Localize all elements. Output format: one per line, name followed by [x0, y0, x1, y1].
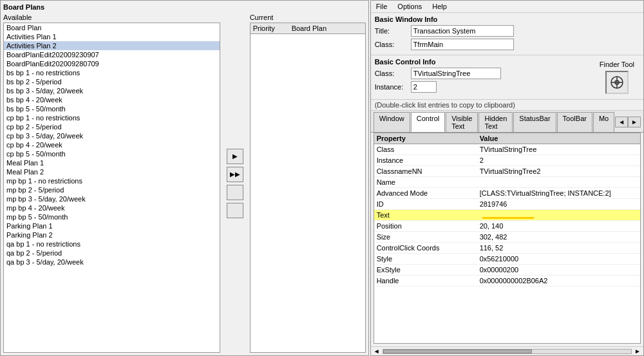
- prop-row[interactable]: ID2819746: [374, 199, 640, 210]
- single-arrow-button[interactable]: ▶: [227, 149, 243, 164]
- bottom-scrollbar[interactable]: ◄ ►: [371, 346, 643, 355]
- available-list-item[interactable]: qa bp 3 - 5/day, 20/week: [4, 258, 220, 267]
- prop-row[interactable]: Style0x56210000: [374, 254, 640, 265]
- prop-property-cell: Size: [374, 232, 477, 242]
- tab-prev-button[interactable]: ◄: [615, 117, 628, 127]
- available-list-item[interactable]: bs bp 5 - 50/month: [4, 104, 220, 113]
- available-list-item[interactable]: Activities Plan 2: [4, 41, 220, 50]
- prop-row[interactable]: Advanced Mode[CLASS:TVirtualStringTree; …: [374, 188, 640, 199]
- available-list-item[interactable]: mp bp 3 - 5/day, 20/week: [4, 194, 220, 203]
- available-list-container[interactable]: Board PlanActivities Plan 1Activities Pl…: [3, 23, 220, 353]
- tab-window[interactable]: Window: [374, 112, 410, 132]
- prop-property-cell: Advanced Mode: [374, 188, 477, 198]
- scroll-left-arrow[interactable]: ◄: [374, 348, 380, 355]
- prop-value-cell: 2819746: [477, 199, 640, 209]
- current-header-priority: Priority: [253, 24, 292, 32]
- double-arrow-button[interactable]: ▶▶: [227, 167, 243, 182]
- available-list-item[interactable]: bs bp 1 - no restrictions: [4, 68, 220, 77]
- available-list-item[interactable]: mp bp 5 - 50/month: [4, 212, 220, 221]
- available-list-item[interactable]: Meal Plan 1: [4, 158, 220, 167]
- hint-text: (Double-click list entries to copy to cl…: [371, 100, 643, 111]
- class-label: Class:: [375, 41, 407, 48]
- available-list-item[interactable]: Activities Plan 1: [4, 32, 220, 41]
- control-instance-row: Instance:: [375, 81, 594, 93]
- available-list-item[interactable]: Parking Plan 2: [4, 230, 220, 239]
- prop-row[interactable]: Handle0x0000000002B06A2: [374, 276, 640, 286]
- prop-row[interactable]: Position20, 140: [374, 221, 640, 232]
- board-plans-title: Board Plans: [3, 3, 366, 11]
- available-list-item[interactable]: qa bp 2 - 5/period: [4, 248, 220, 258]
- current-list[interactable]: Priority Board Plan: [250, 23, 366, 353]
- available-list-item[interactable]: mp bp 2 - 5/period: [4, 185, 220, 194]
- title-label: Title:: [375, 27, 407, 35]
- basic-control-info: Basic Control Info Class: Instance: Find…: [371, 55, 643, 100]
- menu-help[interactable]: Help: [431, 2, 448, 11]
- menu-options[interactable]: Options: [396, 2, 423, 11]
- available-list-item[interactable]: qa bp 1 - no restrictions: [4, 239, 220, 248]
- prop-row[interactable]: ExStyle0x00000200: [374, 265, 640, 276]
- tab-toolbar[interactable]: ToolBar: [557, 112, 592, 132]
- menu-file[interactable]: File: [375, 2, 389, 11]
- prop-row[interactable]: Name: [374, 177, 640, 188]
- available-list-item[interactable]: cp bp 3 - 5/day, 20/week: [4, 131, 220, 140]
- basic-window-info: Basic Window Info Title: Class:: [371, 13, 643, 55]
- prop-row[interactable]: Instance2: [374, 155, 640, 166]
- prop-rows-container: ClassTVirtualStringTreeInstance2Classnam…: [374, 144, 640, 286]
- available-list-item[interactable]: Board Plan: [4, 23, 220, 32]
- prop-property-cell: Name: [374, 177, 477, 187]
- prop-value-cell: 2: [477, 155, 640, 165]
- available-list-item[interactable]: cp bp 2 - 5/period: [4, 122, 220, 131]
- available-list[interactable]: Board PlanActivities Plan 1Activities Pl…: [4, 23, 220, 352]
- control-instance-input[interactable]: [411, 81, 437, 93]
- tab-statusbar[interactable]: StatusBar: [513, 112, 556, 132]
- text-underline: [482, 217, 534, 219]
- current-header: Priority Board Plan: [251, 23, 365, 34]
- finder-tool-section: Finder Tool: [594, 58, 639, 97]
- menu-bar: File Options Help: [371, 1, 643, 13]
- prop-value-cell: 302, 482: [477, 232, 640, 242]
- tab-hidden-text[interactable]: Hidden Text: [478, 112, 513, 132]
- prop-col-property: Property: [374, 133, 477, 144]
- tab-control[interactable]: Control: [411, 112, 445, 132]
- available-list-item[interactable]: bs bp 3 - 5/day, 20/week: [4, 86, 220, 95]
- tab-more[interactable]: Mo: [593, 112, 614, 132]
- available-list-item[interactable]: bs bp 4 - 20/week: [4, 95, 220, 104]
- control-class-input[interactable]: [411, 68, 501, 79]
- available-list-item[interactable]: BoardPlanEdit202009280709: [4, 59, 220, 68]
- scrollbar-track[interactable]: [383, 349, 632, 354]
- remove-all-button[interactable]: [227, 203, 243, 218]
- basic-window-title: Basic Window Info: [375, 15, 639, 23]
- scroll-right-arrow[interactable]: ►: [634, 348, 641, 355]
- properties-header: Property Value: [374, 133, 640, 144]
- available-list-item[interactable]: cp bp 5 - 50/month: [4, 149, 220, 158]
- remove-button[interactable]: [227, 185, 243, 200]
- title-input[interactable]: [411, 25, 514, 37]
- prop-row[interactable]: ClassnameNNTVirtualStringTree2: [374, 166, 640, 177]
- control-instance-label: Instance:: [375, 83, 407, 91]
- available-list-item[interactable]: BoardPlanEdit202009230907: [4, 50, 220, 59]
- available-list-item[interactable]: cp bp 1 - no restrictions: [4, 113, 220, 122]
- prop-row[interactable]: Text: [374, 210, 640, 221]
- available-list-item[interactable]: mp bp 4 - 20/week: [4, 203, 220, 212]
- available-list-item[interactable]: mp bp 1 - no restrictions: [4, 176, 220, 185]
- finder-tool-button[interactable]: [605, 71, 629, 94]
- prop-value-cell: [477, 177, 640, 187]
- tab-visible-text[interactable]: Visible Text: [446, 112, 478, 132]
- current-panel: Current Priority Board Plan: [250, 14, 366, 353]
- available-list-item[interactable]: Meal Plan 2: [4, 167, 220, 176]
- available-label: Available: [3, 14, 220, 21]
- class-input[interactable]: [411, 39, 514, 50]
- prop-property-cell: Text: [374, 210, 477, 220]
- available-list-item[interactable]: cp bp 4 - 20/week: [4, 140, 220, 149]
- tab-next-button[interactable]: ►: [628, 117, 641, 127]
- prop-row[interactable]: Size302, 482: [374, 232, 640, 243]
- prop-value-cell: [477, 210, 640, 220]
- properties-table[interactable]: Property Value ClassTVirtualStringTreeIn…: [374, 133, 641, 344]
- scrollbar-thumb[interactable]: [383, 350, 532, 353]
- available-list-item[interactable]: Parking Plan 1: [4, 221, 220, 230]
- available-list-item[interactable]: bs bp 2 - 5/period: [4, 77, 220, 86]
- prop-property-cell: Handle: [374, 276, 477, 286]
- title-row: Title:: [375, 25, 639, 37]
- prop-row[interactable]: ControlClick Coords116, 52: [374, 243, 640, 254]
- prop-row[interactable]: ClassTVirtualStringTree: [374, 144, 640, 155]
